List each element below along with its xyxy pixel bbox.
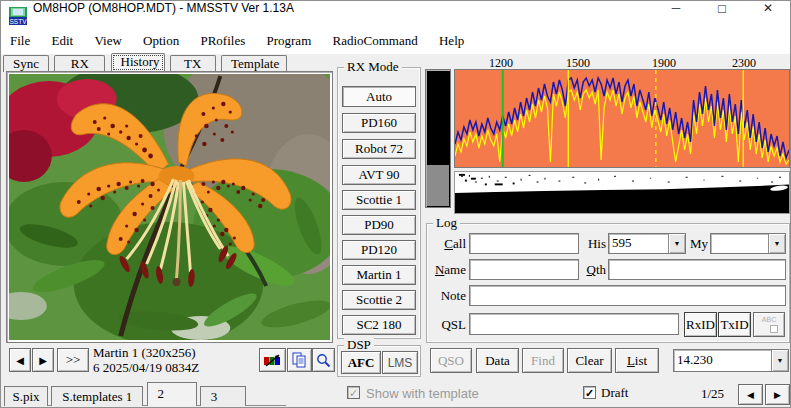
history-next-button[interactable]: ▶	[32, 348, 54, 372]
show-with-template-checkbox[interactable]: ✓	[347, 386, 360, 399]
rx-mode-scottie1-button[interactable]: Scottie 1	[342, 190, 416, 210]
signal-level-meter	[425, 69, 451, 208]
qsl-input[interactable]	[469, 313, 679, 335]
bottom-tab-bar: S.pix S.templates 1 2 3 4	[4, 382, 286, 406]
rx-mode-martin1-button[interactable]: Martin 1	[342, 265, 416, 285]
his-combo[interactable]: 595 ▼	[608, 233, 686, 254]
history-mode-size: Martin 1 (320x256)	[93, 345, 253, 360]
rx-mode-auto-button[interactable]: Auto	[342, 86, 416, 107]
history-caption: Martin 1 (320x256) 6 2025/04/19 0834Z	[93, 345, 253, 375]
name-label: Name	[424, 262, 466, 278]
rx-mode-pd90-button[interactable]: PD90	[342, 215, 416, 235]
window-title: OM8HOP (OM8HOP.MDT) - MMSSTV Ver 1.13A	[33, 1, 294, 31]
my-combo[interactable]: ▼	[710, 233, 786, 254]
svg-text:SSTV: SSTV	[10, 18, 27, 25]
mmsstv-window: SSTV OM8HOP (OM8HOP.MDT) - MMSSTV Ver 1.…	[0, 0, 791, 408]
abc-label: ABC	[762, 316, 776, 323]
history-prev-button[interactable]: ◀	[9, 348, 31, 372]
menu-view[interactable]: View	[85, 31, 130, 51]
my-dropdown-icon[interactable]: ▼	[768, 234, 785, 253]
qso-button[interactable]: QSO	[430, 348, 472, 373]
lms-button[interactable]: LMS	[382, 351, 418, 374]
menu-file[interactable]: File	[1, 31, 39, 51]
his-label: His	[584, 236, 606, 252]
list-button[interactable]: List	[615, 348, 659, 373]
rx-mode-sc2180-button[interactable]: SC2 180	[342, 315, 416, 335]
txid-toggle[interactable]: TxID	[718, 312, 751, 337]
data-button[interactable]: Data	[476, 348, 519, 373]
signal-level-fill	[427, 165, 449, 206]
frequency-value: 14.230	[677, 352, 770, 368]
menu-help[interactable]: Help	[430, 31, 473, 51]
qsl-label: QSL	[431, 317, 466, 333]
spectrum-display[interactable]	[454, 69, 790, 168]
call-input[interactable]	[469, 233, 579, 254]
menu-program[interactable]: Program	[257, 31, 320, 51]
my-label: My	[687, 236, 708, 252]
image-adjust-button[interactable]	[259, 348, 286, 372]
title-bar[interactable]: SSTV OM8HOP (OM8HOP.MDT) - MMSSTV Ver 1.…	[1, 1, 790, 31]
copy-icon	[292, 352, 307, 368]
qth-label: Qth	[579, 262, 606, 278]
page-indicator: 1/25	[701, 386, 724, 402]
tab-stemplates-3[interactable]: 3	[200, 386, 246, 406]
frequency-dropdown-icon[interactable]: ▼	[771, 350, 788, 371]
rx-mode-avt90-button[interactable]: AVT 90	[342, 165, 416, 185]
close-button[interactable]: ✕	[745, 1, 791, 30]
maximize-button[interactable]: □	[699, 1, 745, 30]
menu-option[interactable]: Option	[134, 31, 188, 51]
tab-spix[interactable]: S.pix	[4, 386, 48, 406]
tab-stemplates-1[interactable]: S.templates 1	[51, 386, 143, 406]
app-icon: SSTV	[9, 7, 27, 25]
show-with-template-label: Show with template	[366, 386, 479, 401]
tab-sync[interactable]: Sync	[3, 55, 49, 72]
menu-radiocommand[interactable]: RadioCommand	[324, 31, 427, 51]
his-value: 595	[612, 235, 667, 251]
waterfall-display[interactable]	[454, 171, 790, 214]
note-label: Note	[429, 288, 466, 304]
magnify-button[interactable]	[312, 348, 335, 372]
page-prev-button[interactable]: ◀	[738, 384, 763, 405]
list-button-label: List	[627, 353, 647, 369]
find-button[interactable]: Find	[522, 348, 564, 373]
menu-bar: File Edit View Option PRofiles Program R…	[1, 31, 790, 54]
rx-mode-pd160-button[interactable]: PD160	[342, 113, 416, 133]
call-label: Call	[426, 236, 466, 252]
tab-template[interactable]: Template	[221, 55, 287, 72]
frequency-combo[interactable]: 14.230 ▼	[673, 349, 789, 372]
rgb-image-icon	[264, 353, 282, 367]
rx-mode-scottie2-button[interactable]: Scottie 2	[342, 290, 416, 310]
minimize-button[interactable]: ─	[653, 1, 699, 30]
main-tab-bar: Sync RX History TX Template	[3, 53, 289, 72]
his-dropdown-icon[interactable]: ▼	[668, 234, 685, 253]
tab-history[interactable]: History	[111, 53, 165, 72]
menu-edit[interactable]: Edit	[42, 31, 82, 51]
history-image	[9, 74, 330, 340]
rx-mode-group-label: RX Mode	[344, 59, 402, 75]
history-last-button[interactable]: >>	[57, 348, 89, 372]
rxid-toggle[interactable]: RxID	[684, 312, 717, 337]
rx-mode-robot72-button[interactable]: Robot 72	[342, 139, 416, 159]
abc-button[interactable]: ABC	[753, 312, 785, 337]
tab-rx[interactable]: RX	[54, 55, 105, 72]
page-next-button[interactable]: ▶	[765, 384, 790, 405]
tab-tx[interactable]: TX	[170, 55, 216, 72]
history-image-frame	[6, 71, 333, 343]
rx-mode-pd120-button[interactable]: PD120	[342, 240, 416, 260]
draft-label: Draft	[601, 385, 628, 401]
log-group-label: Log	[433, 215, 460, 231]
magnifier-icon	[316, 353, 331, 368]
qth-input[interactable]	[608, 259, 786, 280]
afc-button[interactable]: AFC	[341, 351, 381, 374]
menu-profiles[interactable]: PRofiles	[191, 31, 254, 51]
copy-button[interactable]	[287, 348, 312, 372]
tab-stemplates-2[interactable]: 2	[147, 382, 197, 406]
name-input[interactable]	[469, 259, 579, 280]
clear-button[interactable]: Clear	[567, 348, 612, 373]
note-input[interactable]	[469, 285, 786, 306]
draft-checkbox[interactable]: ✓	[583, 386, 596, 399]
abc-checkbox	[770, 325, 778, 333]
history-timestamp: 6 2025/04/19 0834Z	[93, 360, 253, 375]
